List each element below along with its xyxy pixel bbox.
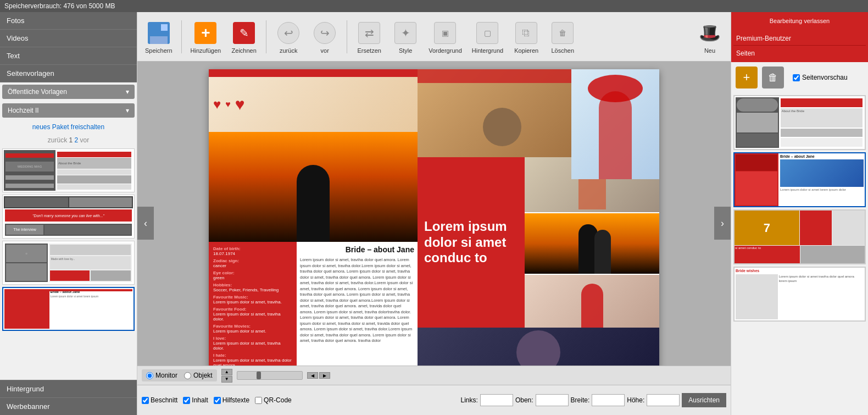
- foreground-button[interactable]: ▣ Vordergrund: [425, 18, 465, 56]
- monitor-radio[interactable]: Monitor: [146, 372, 177, 379]
- chevron-down-icon: ▾: [126, 88, 129, 96]
- hobbies-value: Soccer, Poker, Friends, Travelling: [213, 287, 292, 292]
- hoehe-input[interactable]: [647, 394, 680, 406]
- breite-input[interactable]: [592, 394, 625, 406]
- objekt-radio[interactable]: Objekt: [184, 372, 213, 379]
- right-thumb-1[interactable]: About the Bride: [733, 95, 866, 150]
- zoom-handle[interactable]: [257, 372, 261, 379]
- pagination-nav: zurück 1 2 vor: [0, 134, 137, 146]
- article-text: Lorem ipsum dolor si amet, traviha dolor…: [300, 257, 414, 344]
- checkbox-group: Beschnitt Inhalt Hilfstexte QR-Code: [142, 396, 292, 404]
- music-value: Lorem ipsum dolor si amet, traviha.: [213, 300, 292, 305]
- page2-link[interactable]: 2: [75, 136, 79, 144]
- right-panel: Bearbeitung verlassen Premium-Benutzer S…: [731, 12, 868, 415]
- sidebar-thumb-1[interactable]: WEDDING MAG About the Bride: [2, 148, 135, 192]
- qrcode-checkbox[interactable]: QR-Code: [255, 396, 292, 404]
- hoehe-label: Höhe:: [627, 396, 644, 404]
- ausrichten-button[interactable]: Ausrichten: [682, 393, 726, 407]
- dropdown-public-vorlagen[interactable]: Öffentliche Vorlagen ▾: [2, 85, 135, 99]
- save-button[interactable]: Speichern: [142, 18, 176, 56]
- style-button[interactable]: ✦ Style: [389, 18, 422, 56]
- prev-page-arrow[interactable]: ‹: [137, 207, 154, 240]
- dropdown-hochzeit[interactable]: Hochzeit II ▾: [2, 103, 135, 118]
- separator-3: [347, 20, 347, 53]
- beschnitt-label: Beschnitt: [151, 396, 177, 404]
- breite-label: Breite:: [571, 396, 590, 404]
- music-label: Favourite Music:: [213, 295, 292, 300]
- links-input[interactable]: [480, 394, 513, 406]
- scroll-up-btn[interactable]: ▲: [221, 369, 232, 375]
- background-button[interactable]: ▢ Hintergrund: [469, 18, 507, 56]
- sunset-photo: [209, 132, 418, 242]
- sidebar-thumbnails: WEDDING MAG About the Bride: [0, 146, 137, 380]
- qrcode-label: QR-Code: [264, 396, 292, 404]
- hilfstexte-checkbox[interactable]: Hilfstexte: [214, 396, 249, 404]
- replace-button[interactable]: ⇄ Ersetzen: [353, 18, 386, 56]
- right-thumbnails: About the Bride Bride – about Jane: [731, 93, 868, 415]
- redo-button[interactable]: ↪ vor: [308, 18, 341, 56]
- sidebar-item-hintergrund[interactable]: Hintergrund: [0, 380, 137, 397]
- movies-value: Lorem ipsum dolor si amet.: [213, 329, 292, 334]
- movies-label: Favourite Movies:: [213, 324, 292, 329]
- next-page-arrow[interactable]: ›: [714, 207, 731, 240]
- links-label: Links:: [461, 396, 478, 404]
- right-panel-controls: + 🗑 Seitenvorschau: [731, 62, 868, 93]
- sidebar-item-text[interactable]: Text: [0, 47, 137, 65]
- sidebar-item-fotos[interactable]: Fotos: [0, 12, 137, 30]
- delete-page-button[interactable]: 🗑: [762, 67, 784, 88]
- heart-icon-2: ♥: [225, 99, 231, 109]
- canvas-area: ‹ ♥ ♥ ♥: [137, 62, 731, 385]
- right-thumb-3[interactable]: 7 si amet conduc to: [733, 209, 866, 264]
- new-button[interactable]: 🎩 Neu: [693, 18, 726, 56]
- love-label: I love:: [213, 336, 292, 341]
- sidebar-thumb-4[interactable]: Bride – about Jane Lorem ipsum dolor si …: [2, 287, 135, 331]
- forward-link[interactable]: vor: [80, 136, 90, 144]
- delete-label: Löschen: [551, 47, 574, 54]
- inhalt-checkbox[interactable]: Inhalt: [183, 396, 208, 404]
- sidebar-thumb-3[interactable]: ⊕ Made with love by...: [2, 241, 135, 285]
- add-page-button[interactable]: +: [736, 67, 758, 88]
- right-photos-grid: [525, 157, 659, 328]
- hate-label: I hate:: [213, 353, 292, 358]
- new-label: Neu: [704, 47, 715, 54]
- view-mode-radio: Monitor Objekt: [142, 369, 217, 381]
- dob-label: Date of birth:: [213, 246, 292, 251]
- premium-benutzer-button[interactable]: Premium-Benutzer: [733, 32, 866, 46]
- love-value: Lorem ipsum dolor si amet, traviha dolor…: [213, 341, 292, 351]
- undo-button[interactable]: ↩ zurück: [272, 18, 305, 56]
- zoom-slider[interactable]: [237, 371, 303, 380]
- scroll-left-btn[interactable]: ◀: [307, 372, 318, 379]
- beschnitt-checkbox[interactable]: Beschnitt: [142, 396, 177, 404]
- undo-label: zurück: [280, 47, 297, 54]
- red-top-bar: [209, 69, 418, 77]
- preview-checkbox[interactable]: [793, 74, 800, 81]
- save-label: Speichern: [145, 47, 173, 54]
- bearbeitung-verlassen-button[interactable]: Bearbeitung verlassen: [733, 14, 866, 27]
- sidebar-item-werbebanner[interactable]: Werbebanner: [0, 397, 137, 415]
- center-area: Speichern + Hinzufügen ✎ Zeichnen: [137, 12, 731, 415]
- chevron-down-icon: ▾: [126, 107, 129, 114]
- oben-input[interactable]: [536, 394, 569, 406]
- lorem-box: Lorem ipsum dolor si amet conduc to: [418, 157, 525, 328]
- copy-button[interactable]: ⿻ Kopieren: [510, 18, 543, 56]
- sidebar-item-seitenvorlagen[interactable]: Seitenvorlagen: [0, 65, 137, 82]
- add-button[interactable]: + Hinzufügen: [187, 18, 225, 56]
- back-link[interactable]: zurück: [48, 136, 67, 144]
- right-action-buttons: Premium-Benutzer Seiten: [731, 30, 868, 62]
- foreground-label: Vordergrund: [429, 47, 462, 54]
- zoom-bar: [237, 371, 303, 380]
- new-packet-link[interactable]: neues Paket freischalten: [0, 120, 137, 134]
- preview-label: Seitenvorschau: [802, 74, 848, 81]
- umbrella-photo: [571, 69, 659, 179]
- right-thumb-2[interactable]: Bride – about Jane Lorem ipsum dolor si …: [733, 152, 866, 207]
- sidebar-item-videos[interactable]: Videos: [0, 30, 137, 47]
- seiten-button[interactable]: Seiten: [733, 47, 866, 60]
- scroll-right-btn[interactable]: ▶: [319, 372, 330, 379]
- sidebar-thumb-2[interactable]: "Don't marry someone you can live with..…: [2, 195, 135, 239]
- draw-button[interactable]: ✎ Zeichnen: [227, 18, 260, 56]
- scroll-down-btn[interactable]: ▼: [221, 376, 232, 383]
- couple-photo: [525, 213, 659, 274]
- memory-label: Speicherverbrauch: 476 von 5000 MB: [4, 2, 115, 10]
- right-thumb-4[interactable]: Bride wishes Lorem ipsum dolor si amet t…: [733, 267, 866, 322]
- delete-button[interactable]: 🗑 Löschen: [546, 18, 579, 56]
